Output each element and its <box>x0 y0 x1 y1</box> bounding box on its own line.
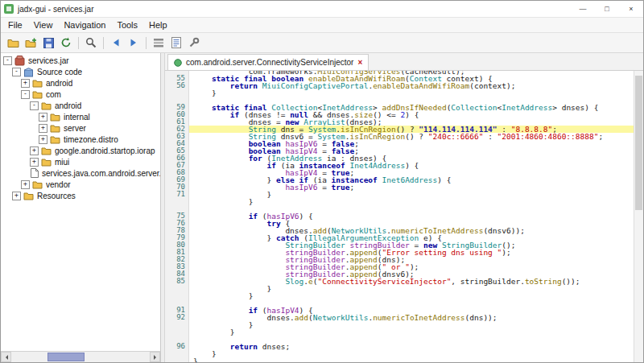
scrollbar-thumb[interactable] <box>635 76 642 210</box>
file-icon <box>31 168 39 178</box>
tab-close-icon[interactable]: × <box>357 59 362 67</box>
main-area: -services.jar-Source code+android-com-an… <box>1 53 643 362</box>
toolbar-separator <box>103 37 104 49</box>
search-icon[interactable] <box>83 35 99 51</box>
editor-vertical-scrollbar[interactable] <box>634 71 643 362</box>
tree-item-android[interactable]: -android <box>1 100 160 111</box>
code-line: } <box>165 198 634 205</box>
line-number: 96 <box>165 343 189 350</box>
package-icon <box>41 101 52 110</box>
tree-expander-icon[interactable]: - <box>12 68 21 76</box>
line-number: 71 <box>165 191 189 198</box>
code-line-text: } <box>189 285 634 292</box>
tree-item-label: com <box>46 90 61 99</box>
tree-item-label: miui <box>55 158 69 167</box>
tree-item-google-android-startop-iorap[interactable]: +google.android.startop.iorap <box>1 145 160 156</box>
code-line: } <box>165 350 634 357</box>
code-editor[interactable]: com.frameworks.MiuiConfigServices(cacheR… <box>165 71 634 362</box>
tree-expander-icon[interactable]: + <box>30 158 39 167</box>
tree-horizontal-scrollbar[interactable] <box>1 351 160 362</box>
tree-item-services-jar[interactable]: -services.jar <box>1 55 160 66</box>
tree-expander-icon[interactable]: + <box>30 146 39 155</box>
tree-item-label: timezone.distro <box>64 135 118 144</box>
settings-icon[interactable] <box>186 35 202 51</box>
toolbar <box>1 33 643 53</box>
line-number <box>165 321 189 328</box>
line-number: 56 <box>165 82 189 89</box>
tree-expander-icon[interactable]: + <box>39 113 47 122</box>
forward-icon[interactable] <box>126 35 142 51</box>
tree-item-label: Source code <box>37 68 82 76</box>
code-line-text: } <box>189 350 634 357</box>
menu-navigation[interactable]: Navigation <box>58 20 111 30</box>
code-line-text: return dnses; <box>189 343 634 350</box>
line-number <box>165 89 189 97</box>
tree-expander-icon[interactable]: + <box>21 180 30 189</box>
reload-icon[interactable] <box>58 35 74 51</box>
code-line: } <box>165 357 634 362</box>
tree-expander-icon[interactable]: + <box>39 124 47 133</box>
package-icon <box>50 135 60 144</box>
add-files-icon[interactable] <box>23 35 39 51</box>
code-line: 96 return dnses; <box>165 343 634 350</box>
tree-item-android[interactable]: +android <box>1 77 160 89</box>
jar-icon <box>14 56 25 66</box>
code-line-text: } <box>189 292 634 299</box>
source-package-icon <box>23 67 34 77</box>
toolbar-separator <box>78 37 79 49</box>
code-line: 56 return MiuiConfigCaptivePortal.enable… <box>165 82 634 89</box>
code-line-text: dnses.add(NetworkUtils.numericToInetAddr… <box>189 314 634 321</box>
tree-expander-icon[interactable]: - <box>3 56 12 65</box>
package-icon <box>41 146 52 155</box>
code-line: } <box>165 321 634 328</box>
code-line: } <box>165 89 634 97</box>
menu-view[interactable]: View <box>28 20 59 30</box>
tree-expander-icon[interactable]: - <box>21 90 30 99</box>
jadx-gui-window: jadx-gui - services.jar — □ × FileViewNa… <box>0 0 644 363</box>
sidebar: -services.jar-Source code+android-com-an… <box>1 53 161 362</box>
scroll-left-arrow-icon[interactable] <box>1 352 11 362</box>
package-icon <box>50 113 60 122</box>
package-icon <box>32 90 43 99</box>
flat-packages-icon[interactable] <box>151 35 167 51</box>
tree-item-miui[interactable]: +miui <box>1 156 160 167</box>
save-all-icon[interactable] <box>40 35 56 51</box>
tree-expander-icon[interactable]: - <box>30 101 39 110</box>
tree-expander-icon[interactable]: + <box>39 135 47 144</box>
maximize-button[interactable]: □ <box>595 1 619 17</box>
code-line-text: } <box>189 357 634 362</box>
line-number <box>165 285 189 292</box>
line-number <box>165 198 189 205</box>
open-file-icon[interactable] <box>5 35 21 51</box>
tree-item-internal[interactable]: +internal <box>1 111 160 122</box>
code-line: } <box>165 328 634 336</box>
tree-item-label: google.android.startop.iorap <box>55 146 155 155</box>
log-icon[interactable] <box>168 35 184 51</box>
tree-expander-icon[interactable]: + <box>12 192 21 200</box>
tree-item-label: services.java.com.android.server... <box>42 169 160 178</box>
code-line-text: } <box>189 89 634 97</box>
line-number: 85 <box>165 278 189 285</box>
tree-expander-icon[interactable]: + <box>21 79 30 88</box>
tree-item-source-code[interactable]: -Source code <box>1 66 160 77</box>
tree-item-timezone-distro[interactable]: +timezone.distro <box>1 134 160 145</box>
menu-help[interactable]: Help <box>143 20 173 30</box>
back-icon[interactable] <box>108 35 124 51</box>
line-number <box>165 350 189 357</box>
tree-item-com[interactable]: -com <box>1 89 160 100</box>
menu-tools[interactable]: Tools <box>111 20 143 30</box>
tree-item-vendor[interactable]: +vendor <box>1 179 160 190</box>
tree-item-label: internal <box>64 113 90 122</box>
menu-file[interactable]: File <box>2 20 28 30</box>
scrollbar-thumb[interactable] <box>47 353 85 361</box>
tree-item-resources[interactable]: +Resources <box>1 190 160 201</box>
minimize-button[interactable]: — <box>571 1 595 17</box>
titlebar: jadx-gui - services.jar — □ × <box>1 1 643 18</box>
tree-item-label: services.jar <box>28 56 69 65</box>
tree-item-server[interactable]: +server <box>1 122 160 134</box>
tree-item-services-java-com-android-server[interactable]: services.java.com.android.server... <box>1 167 160 179</box>
tab-connectivity-service-injector[interactable]: com.android.server.ConnectivityServiceIn… <box>167 54 369 70</box>
package-icon <box>41 158 52 167</box>
scroll-right-arrow-icon[interactable] <box>150 352 160 362</box>
close-button[interactable]: × <box>619 1 643 17</box>
